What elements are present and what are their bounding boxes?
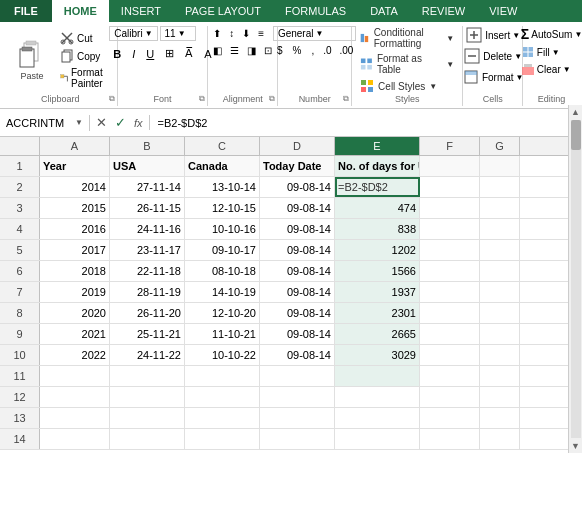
cell-e10[interactable]: 3029 [335, 345, 420, 365]
cell-e14[interactable] [335, 429, 420, 449]
tab-formulas[interactable]: FORMULAS [273, 0, 358, 22]
cell-a13[interactable] [40, 408, 110, 428]
accounting-button[interactable]: $ [273, 43, 287, 58]
fill-button[interactable]: Fill ▼ [521, 45, 560, 59]
font-size-dropdown[interactable]: 11 ▼ [160, 26, 196, 41]
cell-c8[interactable]: 12-10-20 [185, 303, 260, 323]
align-bottom-button[interactable]: ⬇ [239, 26, 253, 41]
cell-c2[interactable]: 13-10-14 [185, 177, 260, 197]
cell-d5[interactable]: 09-08-14 [260, 240, 335, 260]
tab-view[interactable]: VIEW [477, 0, 529, 22]
cell-c10[interactable]: 10-10-22 [185, 345, 260, 365]
cell-b10[interactable]: 24-11-22 [110, 345, 185, 365]
cell-b8[interactable]: 26-11-20 [110, 303, 185, 323]
cell-a9[interactable]: 2021 [40, 324, 110, 344]
cell-g4[interactable] [480, 219, 520, 239]
bold-button[interactable]: B [109, 46, 125, 62]
col-header-c[interactable]: C [185, 137, 260, 155]
cell-g9[interactable] [480, 324, 520, 344]
cell-c3[interactable]: 12-10-15 [185, 198, 260, 218]
cell-e8[interactable]: 2301 [335, 303, 420, 323]
cell-d3[interactable]: 09-08-14 [260, 198, 335, 218]
insert-cells-button[interactable]: Insert ▼ [465, 26, 520, 44]
cell-c11[interactable] [185, 366, 260, 386]
format-cells-button[interactable]: Format ▼ [462, 68, 524, 86]
cell-g14[interactable] [480, 429, 520, 449]
conditional-formatting-button[interactable]: Conditional Formatting ▼ [358, 26, 456, 50]
align-center-button[interactable]: ☰ [227, 43, 242, 58]
cell-d11[interactable] [260, 366, 335, 386]
cell-d2[interactable]: 09-08-14 [260, 177, 335, 197]
cell-f10[interactable] [420, 345, 480, 365]
cell-f4[interactable] [420, 219, 480, 239]
cell-b2[interactable]: 27-11-14 [110, 177, 185, 197]
cell-a10[interactable]: 2022 [40, 345, 110, 365]
cell-b1[interactable]: USA [110, 156, 185, 176]
cut-button[interactable]: Cut [58, 30, 111, 46]
cell-e9[interactable]: 2665 [335, 324, 420, 344]
align-left-button[interactable]: ◧ [210, 43, 225, 58]
cell-b11[interactable] [110, 366, 185, 386]
col-header-b[interactable]: B [110, 137, 185, 155]
cancel-formula-button[interactable]: ✕ [94, 115, 109, 130]
col-header-g[interactable]: G [480, 137, 520, 155]
cell-e2[interactable]: =B2-$D$2 [335, 177, 420, 197]
cell-f3[interactable] [420, 198, 480, 218]
cell-e5[interactable]: 1202 [335, 240, 420, 260]
font-family-dropdown[interactable]: Calibri ▼ [109, 26, 157, 41]
paste-button[interactable]: Paste [10, 37, 54, 83]
underline-button[interactable]: U [142, 46, 158, 62]
cell-b7[interactable]: 28-11-19 [110, 282, 185, 302]
cell-b13[interactable] [110, 408, 185, 428]
cell-e13[interactable] [335, 408, 420, 428]
cell-b12[interactable] [110, 387, 185, 407]
cell-a1[interactable]: Year [40, 156, 110, 176]
cell-d6[interactable]: 09-08-14 [260, 261, 335, 281]
cell-f7[interactable] [420, 282, 480, 302]
cell-g5[interactable] [480, 240, 520, 260]
cell-b14[interactable] [110, 429, 185, 449]
cell-c7[interactable]: 14-10-19 [185, 282, 260, 302]
cell-f14[interactable] [420, 429, 480, 449]
tab-file[interactable]: FILE [0, 0, 52, 22]
cell-g3[interactable] [480, 198, 520, 218]
cell-a5[interactable]: 2017 [40, 240, 110, 260]
cell-b6[interactable]: 22-11-18 [110, 261, 185, 281]
tab-insert[interactable]: INSERT [109, 0, 173, 22]
name-box-arrow[interactable]: ▼ [75, 118, 83, 127]
cell-f9[interactable] [420, 324, 480, 344]
cell-d7[interactable]: 09-08-14 [260, 282, 335, 302]
format-as-table-button[interactable]: Format as Table ▼ [358, 52, 456, 76]
spreadsheet-scroll[interactable]: A B C D E F G 1 Year USA Canada Today Da… [0, 137, 582, 524]
cell-a2[interactable]: 2014 [40, 177, 110, 197]
cell-g12[interactable] [480, 387, 520, 407]
col-header-e[interactable]: E [335, 137, 420, 155]
cell-c12[interactable] [185, 387, 260, 407]
cell-e6[interactable]: 1566 [335, 261, 420, 281]
cell-b5[interactable]: 23-11-17 [110, 240, 185, 260]
cell-e7[interactable]: 1937 [335, 282, 420, 302]
cell-a11[interactable] [40, 366, 110, 386]
cell-g13[interactable] [480, 408, 520, 428]
col-header-a[interactable]: A [40, 137, 110, 155]
decrease-decimal-button[interactable]: .0 [320, 43, 334, 58]
cell-c9[interactable]: 11-10-21 [185, 324, 260, 344]
cell-a14[interactable] [40, 429, 110, 449]
cell-d13[interactable] [260, 408, 335, 428]
cell-a6[interactable]: 2018 [40, 261, 110, 281]
cell-e12[interactable] [335, 387, 420, 407]
percent-button[interactable]: % [288, 43, 305, 58]
font-launcher[interactable]: ⧉ [199, 94, 205, 104]
tab-review[interactable]: REVIEW [410, 0, 477, 22]
cell-g11[interactable] [480, 366, 520, 386]
cell-d14[interactable] [260, 429, 335, 449]
align-top-button[interactable]: ⬆ [210, 26, 224, 41]
cell-g10[interactable] [480, 345, 520, 365]
copy-button[interactable]: Copy [58, 48, 111, 64]
cell-g1[interactable] [480, 156, 520, 176]
tab-data[interactable]: DATA [358, 0, 410, 22]
col-header-d[interactable]: D [260, 137, 335, 155]
col-header-f[interactable]: F [420, 137, 480, 155]
cell-b4[interactable]: 24-11-16 [110, 219, 185, 239]
cell-f1[interactable] [420, 156, 480, 176]
